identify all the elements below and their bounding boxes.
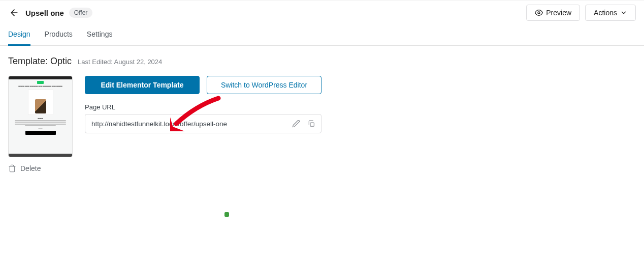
last-edited: Last Edited: August 22, 2024: [78, 58, 162, 66]
preview-label: Preview: [546, 9, 571, 17]
delete-label: Delete: [20, 164, 41, 172]
top-bar-left: Upsell one Offer: [8, 7, 92, 19]
back-button[interactable]: [8, 7, 20, 19]
edit-elementor-button[interactable]: Edit Elementor Template: [85, 76, 200, 94]
template-title: Template: Optic: [8, 56, 72, 67]
tab-settings[interactable]: Settings: [87, 25, 113, 46]
svg-point-0: [538, 12, 540, 14]
pencil-icon: [292, 120, 300, 128]
preview-button[interactable]: Preview: [526, 5, 580, 21]
switch-editor-button[interactable]: Switch to WordPress Editor: [207, 76, 321, 94]
template-controls: Edit Elementor Template Switch to WordPr…: [85, 76, 321, 133]
tabs: Design Products Settings: [0, 25, 644, 46]
button-row: Edit Elementor Template Switch to WordPr…: [85, 76, 321, 94]
page-url-input[interactable]: [91, 120, 289, 128]
page-title: Upsell one: [25, 9, 64, 17]
page-url-row: [85, 114, 321, 133]
offer-chip: Offer: [69, 8, 92, 18]
actions-button[interactable]: Actions: [585, 5, 636, 21]
svg-rect-1: [310, 123, 314, 126]
top-bar: Upsell one Offer Preview Actions: [0, 0, 644, 25]
eye-icon: [535, 9, 543, 17]
actions-label: Actions: [594, 9, 617, 17]
page-url-label: Page URL: [85, 103, 321, 111]
status-indicator: [224, 212, 229, 217]
copy-url-button[interactable]: [305, 117, 318, 130]
chevron-down-icon: [620, 9, 627, 16]
arrow-left-icon: [9, 8, 19, 18]
tab-products[interactable]: Products: [45, 25, 73, 46]
thumbnail-column: ▬▬▬ ▬▬ ▬▬▬▬ ▬▬ ▬▬▬▬ ▬▬ ▬▬▬ ▬▬▬ ▬▬ Delete: [8, 76, 73, 172]
template-header: Template: Optic Last Edited: August 22, …: [8, 56, 636, 67]
tab-design[interactable]: Design: [8, 25, 30, 46]
template-thumbnail[interactable]: ▬▬▬ ▬▬ ▬▬▬▬ ▬▬ ▬▬▬▬ ▬▬ ▬▬▬ ▬▬▬ ▬▬: [8, 76, 73, 157]
trash-icon: [8, 164, 16, 172]
delete-template-button[interactable]: Delete: [8, 164, 73, 172]
top-bar-right: Preview Actions: [526, 5, 636, 21]
edit-url-button[interactable]: [289, 117, 303, 130]
template-area: ▬▬▬ ▬▬ ▬▬▬▬ ▬▬ ▬▬▬▬ ▬▬ ▬▬▬ ▬▬▬ ▬▬ Delete: [8, 76, 636, 172]
content: Template: Optic Last Edited: August 22, …: [0, 46, 644, 183]
copy-icon: [307, 120, 315, 128]
